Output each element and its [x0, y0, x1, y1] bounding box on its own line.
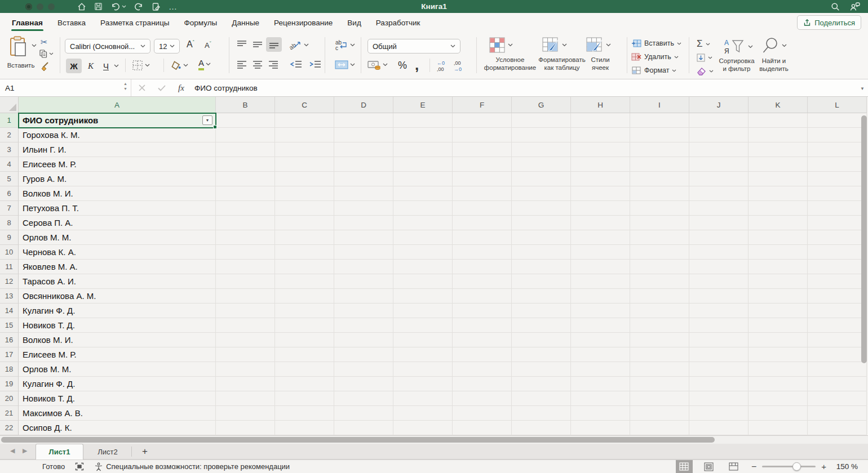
fill-down-button[interactable]	[697, 53, 712, 62]
cell-I13[interactable]	[630, 289, 689, 304]
cell-K12[interactable]	[749, 274, 808, 289]
cell-E3[interactable]	[393, 142, 453, 157]
row-header-15[interactable]: 15	[0, 318, 19, 333]
cell-I4[interactable]	[630, 157, 689, 172]
cell-B1[interactable]	[216, 113, 275, 128]
cell-F19[interactable]	[453, 377, 512, 391]
cell-G12[interactable]	[512, 274, 571, 289]
cell-B6[interactable]	[216, 186, 275, 201]
row-header-13[interactable]: 13	[0, 289, 19, 304]
add-sheet-button[interactable]: +	[137, 444, 153, 459]
cell-H20[interactable]	[571, 391, 630, 406]
cell-C19[interactable]	[275, 377, 334, 391]
cell-L22[interactable]	[808, 421, 867, 435]
cell-C5[interactable]	[275, 172, 334, 186]
column-header-L[interactable]: L	[808, 97, 867, 113]
cell-B22[interactable]	[216, 421, 275, 435]
cell-J5[interactable]	[689, 172, 749, 186]
tab-page-layout[interactable]: Разметка страницы	[93, 13, 176, 33]
cell-G21[interactable]	[512, 406, 571, 421]
bold-button[interactable]: Ж	[66, 59, 82, 73]
zoom-in-icon[interactable]: +	[821, 462, 826, 471]
cell-E2[interactable]	[393, 128, 453, 142]
cell-K9[interactable]	[749, 230, 808, 245]
cell-K7[interactable]	[749, 201, 808, 216]
wrap-text-icon[interactable]: abc	[335, 39, 355, 51]
name-box[interactable]: A1	[0, 79, 131, 96]
row-header-8[interactable]: 8	[0, 216, 19, 230]
sheet-tab-list2[interactable]: Лист2	[85, 444, 131, 459]
cell-K15[interactable]	[749, 318, 808, 333]
cell-L3[interactable]	[808, 142, 867, 157]
fx-icon[interactable]: fx	[178, 83, 184, 93]
merge-center-icon[interactable]	[335, 60, 355, 70]
enter-icon[interactable]	[158, 85, 166, 91]
cell-D19[interactable]	[334, 377, 393, 391]
cell-B11[interactable]	[216, 260, 275, 274]
cell-L4[interactable]	[808, 157, 867, 172]
cell-K17[interactable]	[749, 347, 808, 362]
cell-I10[interactable]	[630, 245, 689, 260]
formula-input[interactable]: ФИО сотрудников	[194, 79, 258, 96]
redo-icon[interactable]	[134, 2, 144, 11]
borders-icon[interactable]	[132, 60, 150, 71]
cell-B8[interactable]	[216, 216, 275, 230]
cell-E22[interactable]	[393, 421, 453, 435]
row-header-16[interactable]: 16	[0, 333, 19, 347]
cell-A5[interactable]: Гуров А. М.	[19, 172, 216, 186]
cell-J17[interactable]	[689, 347, 749, 362]
filter-dropdown-button[interactable]: ▼	[202, 115, 212, 125]
cell-F14[interactable]	[453, 304, 512, 318]
cell-J22[interactable]	[689, 421, 749, 435]
cell-J7[interactable]	[689, 201, 749, 216]
cell-G4[interactable]	[512, 157, 571, 172]
cell-J4[interactable]	[689, 157, 749, 172]
row-header-20[interactable]: 20	[0, 391, 19, 406]
column-header-H[interactable]: H	[571, 97, 630, 113]
sheet-tab-list1[interactable]: Лист1	[36, 444, 83, 459]
cell-D9[interactable]	[334, 230, 393, 245]
cell-L17[interactable]	[808, 347, 867, 362]
cell-A18[interactable]: Орлов М. М.	[19, 362, 216, 377]
cell-B10[interactable]	[216, 245, 275, 260]
tab-formulas[interactable]: Формулы	[177, 13, 225, 33]
cell-H12[interactable]	[571, 274, 630, 289]
save-icon[interactable]	[94, 2, 103, 11]
copy-icon[interactable]	[39, 50, 54, 58]
tab-data[interactable]: Данные	[224, 13, 267, 33]
sort-filter-icon[interactable]: АЯ	[724, 38, 753, 55]
cell-D7[interactable]	[334, 201, 393, 216]
delete-cells-button[interactable]: Удалить	[631, 53, 679, 61]
cell-F17[interactable]	[453, 347, 512, 362]
cell-L16[interactable]	[808, 333, 867, 347]
tab-review[interactable]: Рецензирование	[267, 13, 340, 33]
cell-B2[interactable]	[216, 128, 275, 142]
cell-H15[interactable]	[571, 318, 630, 333]
number-format-select[interactable]: Общий	[367, 39, 460, 53]
cell-J10[interactable]	[689, 245, 749, 260]
print-icon[interactable]	[152, 2, 161, 11]
cell-H11[interactable]	[571, 260, 630, 274]
row-header-18[interactable]: 18	[0, 362, 19, 377]
row-header-14[interactable]: 14	[0, 304, 19, 318]
cell-D5[interactable]	[334, 172, 393, 186]
cell-C22[interactable]	[275, 421, 334, 435]
cell-styles-label[interactable]: Стили ячеек	[581, 56, 620, 72]
cell-C21[interactable]	[275, 406, 334, 421]
column-header-I[interactable]: I	[630, 97, 689, 113]
cell-G10[interactable]	[512, 245, 571, 260]
cell-E17[interactable]	[393, 347, 453, 362]
cell-G17[interactable]	[512, 347, 571, 362]
cell-L13[interactable]	[808, 289, 867, 304]
row-header-17[interactable]: 17	[0, 347, 19, 362]
cell-B14[interactable]	[216, 304, 275, 318]
cell-C6[interactable]	[275, 186, 334, 201]
cell-L2[interactable]	[808, 128, 867, 142]
column-header-J[interactable]: J	[689, 97, 749, 113]
cell-C8[interactable]	[275, 216, 334, 230]
column-header-A[interactable]: A	[19, 97, 216, 113]
cell-C1[interactable]	[275, 113, 334, 128]
cell-I16[interactable]	[630, 333, 689, 347]
find-select-icon[interactable]	[762, 37, 787, 54]
cell-I1[interactable]	[630, 113, 689, 128]
